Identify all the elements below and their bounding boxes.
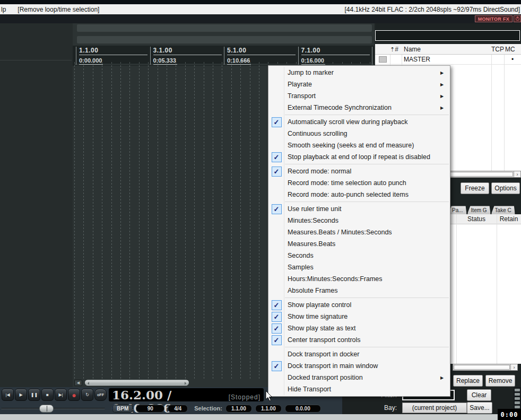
sort-ascending-icon[interactable]: ⇡ <box>390 46 395 52</box>
transport-buttons: |◀ ▶ ❚❚ ■ ▶| ● ↻ oFF <box>2 389 107 401</box>
play-button[interactable]: ▶ <box>15 389 27 401</box>
column-mcp[interactable]: MC <box>504 46 521 53</box>
horizontal-zoom-bar[interactable] <box>77 24 372 32</box>
menu-item-jump-to-marker[interactable]: ✓ Jump to marker ▶ <box>268 67 450 78</box>
menu-item-show-play-state-as-text[interactable]: ✓ Show play state as text ▶ <box>268 322 450 334</box>
ruler-marks: 1.1.00 0:00.000 3.1.00 0:05.333 5.1.00 0… <box>76 46 374 66</box>
column-name[interactable]: Name <box>402 46 491 53</box>
menu-item-smooth-seeking[interactable]: ✓ Smooth seeking (seeks at end of measur… <box>268 139 450 151</box>
clear-button[interactable]: Clear <box>467 389 491 401</box>
go-to-start-button[interactable]: |◀ <box>2 389 14 401</box>
menu-item-playrate[interactable]: ✓ Playrate ▶ <box>268 78 450 90</box>
menu-item-show-playrate-control[interactable]: ✓ Show playrate control ▶ <box>268 299 450 311</box>
menu-item-label: Stop playback at end of loop if repeat i… <box>284 153 440 161</box>
menu-item-record-mode-normal[interactable]: ✓ Record mode: normal ▶ <box>268 165 450 177</box>
stop-button[interactable]: ■ <box>41 389 54 401</box>
column-status[interactable]: Status <box>456 215 497 223</box>
transport-button-glyph: |◀ <box>5 392 10 397</box>
menu-help-fragment[interactable]: lp <box>1 6 6 13</box>
bay-tab[interactable]: Take C <box>491 206 515 214</box>
bay-tab[interactable]: Item G <box>467 206 491 214</box>
menu-item-hide-transport[interactable]: ✓ Hide Transport ▶ <box>268 383 450 395</box>
options-button[interactable]: Options <box>491 182 520 194</box>
menu-item-dock-transport-in-main-window[interactable]: ✓ Dock transport in main window ▶ <box>268 360 450 372</box>
column-retain[interactable]: Retain <box>497 215 521 223</box>
record-button[interactable]: ● <box>68 389 80 401</box>
menu-item-measures-beats-minutes-seconds[interactable]: ✓ Measures.Beats / Minutes:Seconds ▶ <box>268 226 450 238</box>
slider-thumb[interactable] <box>39 405 54 413</box>
go-to-end-button[interactable]: ▶| <box>55 389 67 401</box>
transport-time-display[interactable]: 16.2.00 / 0:40.666 [Stopped] <box>109 388 264 401</box>
docker-icons-strip[interactable] <box>514 387 521 410</box>
menu-item-label: Record mode: auto-punch selected items <box>284 191 440 198</box>
scroll-right-arrow-icon[interactable]: › <box>510 364 517 370</box>
bay-project-selector[interactable]: (current project) <box>402 402 467 413</box>
scroll-left-arrow-icon[interactable]: ◀ <box>74 380 82 386</box>
toolbar-strip: MONITOR FX <box>0 14 521 23</box>
track-color-swatch[interactable] <box>379 56 387 63</box>
menu-item-external-timecode-sync[interactable]: ✓ External Timecode Synchronization ▶ <box>268 102 450 113</box>
save-button[interactable]: Save... <box>467 402 492 414</box>
replace-button[interactable]: Replace <box>453 375 483 387</box>
selection-length-field[interactable]: 0.0.00 <box>285 405 321 413</box>
menu-item-measures-beats[interactable]: ✓ Measures.Beats ▶ <box>268 238 450 250</box>
menu-item-continuous-scrolling[interactable]: ✓ Continuous scrolling ▶ <box>268 128 450 139</box>
menu-item-record-mode-auto-punch[interactable]: ✓ Record mode: auto-punch selected items… <box>268 189 450 200</box>
project-bay-table[interactable]: Status Retain <box>449 214 521 364</box>
menu-item-absolute-frames[interactable]: ✓ Absolute Frames ▶ <box>268 285 450 296</box>
scroll-right-arrow-icon[interactable]: › <box>514 171 520 177</box>
menu-item-auto-scroll-view[interactable]: ✓ Automatically scroll view during playb… <box>268 116 450 128</box>
checkmark-icon: ✓ <box>272 335 282 345</box>
fx-power-button[interactable] <box>514 15 521 22</box>
time-signature-field[interactable]: 4/4 <box>168 405 188 413</box>
checkmark-icon: ✓ <box>272 117 282 127</box>
bay-table-scrollbar[interactable]: › <box>453 364 518 371</box>
pause-button[interactable]: ❚❚ <box>28 389 40 401</box>
track-control-panel[interactable] <box>0 23 73 387</box>
ruler-mark: 7.1.00 0:16.000 <box>298 47 369 65</box>
menu-item-dock-transport-in-docker[interactable]: ✓ Dock transport in docker ▶ <box>268 348 450 360</box>
freeze-button[interactable]: Freeze <box>461 182 489 194</box>
submenu-arrow-icon: ▶ <box>440 82 450 87</box>
playrate-slider[interactable] <box>1 405 105 413</box>
repeat-button[interactable]: ↻ <box>81 389 93 401</box>
column-number[interactable]: # <box>395 46 398 53</box>
mcp-indicator[interactable]: • <box>504 56 521 63</box>
transport-context-menu: ✓ Jump to marker ▶ ✓ Playrate ▶ ✓ Transp… <box>268 65 450 397</box>
horizontal-pan-bar[interactable] <box>77 36 372 43</box>
track-name[interactable]: MASTER <box>402 56 491 63</box>
menu-item-hours-minutes-seconds-frames[interactable]: ✓ Hours:Minutes:Seconds:Frames ▶ <box>268 273 450 285</box>
column-tcp[interactable]: TCP <box>491 46 504 53</box>
menu-item-stop-playback-end-of-loop[interactable]: ✓ Stop playback at end of loop if repeat… <box>268 151 450 163</box>
track-manager-filter-box[interactable] <box>375 30 520 41</box>
selection-end-field[interactable]: 1.1.00 <box>255 405 282 413</box>
menu-item-minutes-seconds[interactable]: ✓ Minutes:Seconds ▶ <box>268 215 450 226</box>
power-icon <box>516 17 519 21</box>
menu-item-transport[interactable]: ✓ Transport ▶ <box>268 90 450 102</box>
menu-item-seconds[interactable]: ✓ Seconds ▶ <box>268 250 450 261</box>
menu-item-samples[interactable]: ✓ Samples ▶ <box>268 261 450 273</box>
table-row-master[interactable]: MASTER • <box>375 55 521 65</box>
menu-item-label: Minutes:Seconds <box>284 217 440 224</box>
bay-tab[interactable]: Pa... <box>448 206 467 214</box>
selection-label: Selection: <box>194 405 222 412</box>
bpm-button[interactable]: BPM <box>112 405 133 413</box>
menu-item-label: Samples <box>284 264 440 271</box>
bpm-value-field[interactable]: 90 <box>136 405 164 413</box>
menu-item-record-mode-time-selection[interactable]: ✓ Record mode: time selection auto punch… <box>268 177 450 189</box>
checkmark-icon: ✓ <box>272 167 282 177</box>
menu-item-label: Show playrate control <box>284 301 440 309</box>
window-title-strip <box>0 0 521 4</box>
monitor-fx-button[interactable]: MONITOR FX <box>475 15 513 22</box>
scrollbar-thumb[interactable] <box>85 380 189 386</box>
playrate-off-button[interactable]: oFF <box>94 389 107 401</box>
menu-item-center-transport-controls[interactable]: ✓ Center transport controls ▶ <box>268 334 450 346</box>
remove-button[interactable]: Remove <box>485 375 515 387</box>
scrollbar-thumb[interactable] <box>454 365 510 370</box>
menu-item-show-time-signature[interactable]: ✓ Show time signature ▶ <box>268 311 450 322</box>
menu-item-docked-transport-position[interactable]: ✓ Docked transport position ▶ <box>268 372 450 383</box>
ruler-measure-label: 7.1.00 <box>301 47 370 55</box>
menu-item-use-ruler-time-unit[interactable]: ✓ Use ruler time unit ▶ <box>268 203 450 215</box>
selection-start-field[interactable]: 1.1.00 <box>225 405 252 413</box>
project-bay-tabs: Pa... Item G Take C <box>448 206 521 214</box>
